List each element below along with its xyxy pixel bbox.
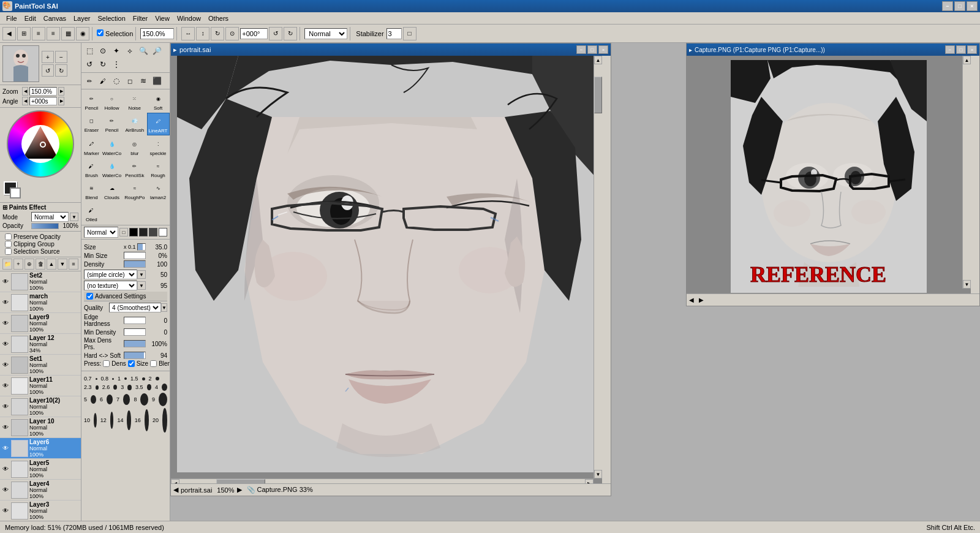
menu-filter[interactable]: Filter (129, 13, 151, 23)
press-dens-checkbox[interactable] (103, 360, 110, 367)
preset-eraser[interactable]: ◻ Eraser (83, 113, 100, 135)
max-dens-slider[interactable] (124, 340, 146, 347)
layer-vis-layer102[interactable]: 👁 (1, 403, 10, 411)
preset-noise[interactable]: ⁙ Noise (123, 91, 146, 112)
ref-vscroll-up[interactable]: ▲ (963, 56, 971, 64)
mode-arrow[interactable]: ▼ (70, 213, 78, 221)
menu-selection[interactable]: Selection (94, 13, 129, 23)
color-swatch-black[interactable] (129, 228, 138, 236)
layer-item-layer4[interactable]: 👁 Layer4 Normal 100% (0, 480, 81, 501)
tool-extra-1[interactable]: ⋮ (110, 58, 123, 71)
layer-item-layer6[interactable]: 👁 Layer6 Normal 100% (0, 438, 81, 459)
preserve-opacity-checkbox[interactable] (5, 233, 12, 240)
menu-file[interactable]: File (2, 13, 21, 23)
layer-item-layer102[interactable]: 👁 Layer10(2) Normal 100% (0, 396, 81, 417)
color-swatch-white[interactable] (159, 228, 167, 236)
angle-input[interactable] (240, 28, 268, 39)
zoom-plus[interactable]: ▶ (58, 87, 64, 96)
preset-clouds[interactable]: ☁ Clouds (101, 180, 123, 202)
menu-window[interactable]: Window (173, 13, 205, 23)
brush-blend-mode-select[interactable]: Normal (84, 227, 118, 238)
rotate-btn[interactable]: ↻ (211, 27, 224, 40)
preset-hollow[interactable]: ○ Hollow (101, 91, 123, 112)
layer-item-layer9[interactable]: 👁 Layer9 Normal 100% (0, 313, 81, 334)
vscroll-down-btn[interactable]: ▼ (594, 470, 602, 478)
angle-plus[interactable]: ▶ (58, 97, 64, 105)
clipping-group-checkbox[interactable] (5, 241, 12, 248)
vscroll-thumb[interactable] (594, 77, 602, 113)
tool-fill[interactable]: ⬛ (150, 74, 164, 88)
tool-zoom-out[interactable]: 🔎 (150, 44, 164, 58)
canvas-zoom-nav-prev[interactable]: ◀ (173, 486, 178, 494)
tool-select-rect[interactable]: ⬚ (83, 44, 96, 58)
menu-canvas[interactable]: Canvas (40, 13, 70, 23)
selection-checkbox[interactable] (97, 29, 104, 36)
tool-rotate-l[interactable]: ↺ (83, 58, 96, 71)
press-size-checkbox[interactable] (128, 360, 135, 367)
menu-edit[interactable]: Edit (21, 13, 40, 23)
layer-vis-layer10[interactable]: 👁 (1, 423, 10, 432)
preset-speckle[interactable]: ⁚ speckle (147, 136, 170, 157)
zoom-minus[interactable]: ◀ (22, 87, 28, 96)
layer-vis-layer4[interactable]: 👁 (1, 486, 10, 494)
layer-vis-set2[interactable]: 👁 (1, 278, 10, 286)
stabilizer-input[interactable] (386, 28, 402, 39)
rotate-l-btn[interactable]: ↺ (269, 27, 282, 40)
layer-new-folder[interactable]: 📁 (2, 259, 12, 270)
nav-btn-3[interactable]: ≡ (32, 27, 45, 40)
layer-item-set2[interactable]: 👁 Set2 Normal 100% (0, 271, 81, 292)
layer-item-layer12[interactable]: 👁 Layer 12 Normal 34% (0, 334, 81, 355)
layer-vis-layer11[interactable]: 👁 (1, 382, 10, 390)
layer-menu[interactable]: ≡ (69, 259, 78, 270)
preset-laman2[interactable]: ∿ laman2 (147, 180, 170, 202)
canvas-zoom-nav-next[interactable]: ▶ (237, 486, 242, 494)
menu-view[interactable]: View (151, 13, 173, 23)
ref-close-btn[interactable]: × (967, 45, 977, 54)
layer-item-layer3[interactable]: 👁 Layer3 Normal 100% (0, 501, 81, 521)
ref-minimize-btn[interactable]: − (945, 45, 955, 54)
preset-roughpo[interactable]: ≈ RoughPo (123, 180, 146, 202)
drawing-canvas[interactable] (177, 56, 597, 472)
blend-mode-select[interactable]: Normal Multiply Screen (304, 28, 347, 39)
layer-delete[interactable]: 🗑 (36, 259, 45, 270)
rotate-r-btn[interactable]: ↻ (284, 27, 297, 40)
nav-btn-1[interactable]: ◀ (2, 27, 16, 40)
preset-pencilsk[interactable]: ✏ PencilSk (123, 158, 146, 180)
zoom-input[interactable] (140, 28, 174, 39)
quality-arrow[interactable]: ▼ (161, 303, 167, 312)
tool-zoom-in[interactable]: 🔍 (137, 44, 150, 58)
mode-select[interactable]: Normal Multiply (31, 212, 69, 222)
tool-eraser-1[interactable]: ◻ (123, 74, 137, 88)
min-density-slider[interactable] (124, 328, 146, 336)
texture-shape-select[interactable]: (simple circle) (84, 270, 137, 279)
nav-rotate-r[interactable]: ↻ (55, 64, 67, 77)
preset-pencil[interactable]: ✏ Pencil (83, 91, 100, 112)
color-inner[interactable] (21, 125, 59, 163)
layer-vis-layer9[interactable]: 👁 (1, 319, 10, 328)
ref-vscrollbar[interactable]: ▲ ▼ (962, 56, 971, 289)
texture-arrow[interactable]: ▼ (137, 281, 146, 290)
main-canvas-vscrollbar[interactable]: ▲ ▼ (594, 56, 602, 478)
flip-v-btn[interactable]: ↕ (196, 27, 209, 40)
advanced-settings-checkbox[interactable] (86, 293, 93, 300)
vscroll-track[interactable] (594, 64, 602, 470)
layer-vis-layer3[interactable]: 👁 (1, 507, 10, 515)
nav-btn-2[interactable]: ⊞ (17, 27, 31, 40)
tool-select-lasso[interactable]: ⊙ (96, 44, 110, 58)
menu-layer[interactable]: Layer (70, 13, 94, 23)
texture-select[interactable]: (no texture) (84, 281, 137, 290)
vscroll-up-btn[interactable]: ▲ (594, 56, 602, 64)
preset-soft[interactable]: ◉ Soft (147, 91, 170, 112)
nav-zoom-in[interactable]: + (42, 51, 54, 63)
preset-airbrush[interactable]: 💨 AirBrush (123, 113, 146, 135)
tool-pencil-1[interactable]: ✏ (83, 74, 96, 88)
layer-move-down[interactable]: ▼ (58, 259, 67, 270)
canvas-maximize-btn[interactable]: □ (587, 45, 597, 54)
preset-blur[interactable]: ◎ blur (123, 136, 146, 157)
preset-lineart[interactable]: 🖊 LineART (147, 113, 170, 135)
layer-vis-set1[interactable]: 👁 (1, 361, 10, 369)
layer-move-up[interactable]: ▲ (47, 259, 56, 270)
nav-zoom-out[interactable]: − (55, 51, 67, 63)
color-swatch-dark[interactable] (139, 228, 148, 236)
preset-marker[interactable]: 🖍 Marker (83, 136, 100, 157)
